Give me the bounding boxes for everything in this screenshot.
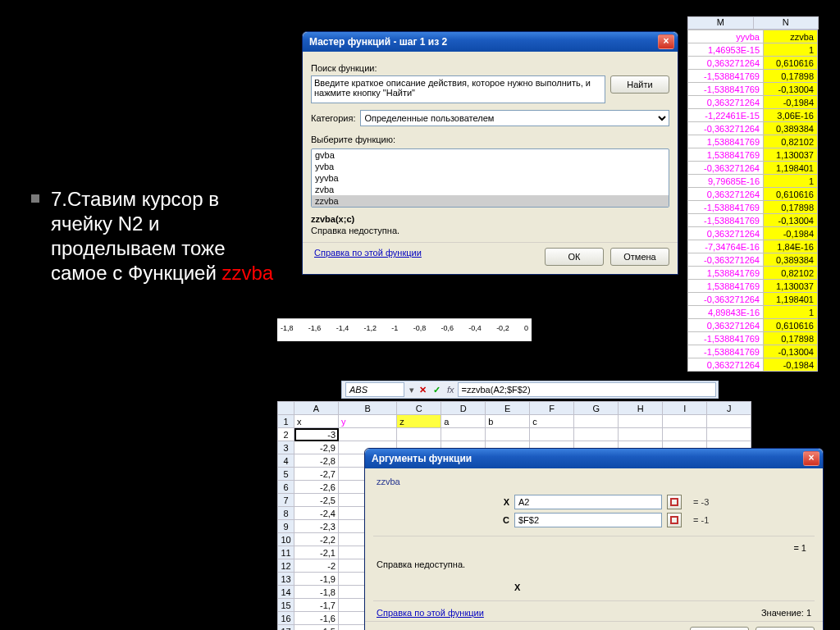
row-header[interactable]: 16 (278, 612, 294, 625)
range-selector-icon[interactable] (667, 495, 682, 509)
zz-cell[interactable]: -0,1984 (764, 227, 818, 240)
yy-cell[interactable]: 0,363271264 (688, 227, 764, 240)
yy-cell[interactable]: 9,79685E-16 (688, 175, 764, 188)
yy-cell[interactable]: -0,363271264 (688, 253, 764, 267)
zz-cell[interactable]: 0,610616 (764, 57, 818, 70)
function-option[interactable]: yyvba (312, 172, 669, 184)
cell[interactable] (486, 428, 530, 441)
cell[interactable]: -2,2 (294, 533, 339, 546)
yy-cell[interactable]: 0,363271264 (688, 358, 764, 372)
cell[interactable] (574, 415, 619, 428)
wizard-titlebar[interactable]: Мастер функций - шаг 1 из 2 × (303, 32, 678, 52)
yy-cell[interactable]: -0,363271264 (688, 293, 764, 306)
zz-cell[interactable]: 0,610616 (764, 319, 818, 332)
cell[interactable]: -1,5 (294, 625, 339, 631)
col-header[interactable]: H (619, 402, 663, 415)
yy-cell[interactable]: 1,538841769 (688, 280, 764, 293)
yy-cell[interactable]: 1,538841769 (688, 148, 764, 162)
cell[interactable] (663, 415, 707, 428)
yy-cell[interactable]: -1,538841769 (688, 70, 764, 83)
zz-cell[interactable]: -0,13004 (764, 214, 818, 227)
cell[interactable] (397, 428, 441, 441)
cell[interactable]: -3 (294, 428, 339, 441)
cell[interactable]: a (441, 415, 486, 428)
range-selector-icon[interactable] (667, 513, 682, 527)
zz-cell[interactable]: 0,17898 (764, 332, 818, 345)
cell[interactable] (441, 428, 486, 441)
cell[interactable]: y (339, 415, 397, 428)
dropdown-icon[interactable]: ▾ (408, 385, 416, 395)
col-header[interactable]: F (530, 402, 574, 415)
zz-cell[interactable]: 1,130037 (764, 280, 818, 293)
function-option[interactable]: yvba (312, 161, 669, 172)
yy-cell[interactable]: -1,538841769 (688, 214, 764, 227)
args-help-link[interactable]: Справка по этой функции (377, 608, 484, 618)
col-header[interactable]: I (663, 402, 707, 415)
yy-cell[interactable]: -1,538841769 (688, 201, 764, 214)
cell[interactable] (707, 415, 751, 428)
col-header[interactable]: B (339, 402, 397, 415)
yy-cell[interactable]: -1,538841769 (688, 332, 764, 345)
cell[interactable]: -1,9 (294, 573, 339, 586)
arg-c-input[interactable] (514, 513, 662, 527)
col-header[interactable]: D (441, 402, 486, 415)
ok-button[interactable]: ОК (545, 248, 604, 266)
cell[interactable]: -2,7 (294, 468, 339, 481)
row-header[interactable]: 12 (278, 559, 294, 573)
row-header[interactable]: 17 (278, 625, 294, 631)
fx-icon[interactable]: fx (444, 385, 458, 395)
zz-cell[interactable]: 0,389384 (764, 122, 818, 135)
cell[interactable]: -2,9 (294, 441, 339, 454)
yy-cell[interactable]: 4,89843E-16 (688, 306, 764, 319)
zz-cell[interactable]: 1 (764, 306, 818, 319)
function-option[interactable]: zvba (312, 184, 669, 195)
zz-cell[interactable]: -0,1984 (764, 358, 818, 372)
zz-cell[interactable]: -0,1984 (764, 96, 818, 109)
cell[interactable]: -2 (294, 559, 339, 573)
cell[interactable]: -1,6 (294, 612, 339, 625)
zz-cell[interactable]: 0,610616 (764, 188, 818, 201)
cell[interactable]: -1,7 (294, 599, 339, 612)
cell[interactable]: -2,5 (294, 494, 339, 507)
zz-cell[interactable]: -0,13004 (764, 345, 818, 358)
cell[interactable] (339, 428, 397, 441)
row-header[interactable]: 15 (278, 599, 294, 612)
zz-cell[interactable]: 1,130037 (764, 148, 818, 162)
cell[interactable]: -2,6 (294, 481, 339, 494)
args-titlebar[interactable]: Аргументы функции × (365, 449, 823, 468)
yy-cell[interactable]: -0,363271264 (688, 122, 764, 135)
zz-cell[interactable]: 0,389384 (764, 253, 818, 267)
enter-icon[interactable]: ✓ (430, 385, 444, 395)
row-header[interactable]: 3 (278, 441, 294, 454)
yy-cell[interactable]: -1,538841769 (688, 345, 764, 358)
ok-button[interactable]: ОК (690, 627, 749, 630)
yy-cell[interactable]: 0,363271264 (688, 96, 764, 109)
row-header[interactable]: 8 (278, 507, 294, 520)
zz-cell[interactable]: 0,17898 (764, 70, 818, 83)
help-link[interactable]: Справка по этой функции (314, 248, 422, 266)
row-header[interactable]: 9 (278, 520, 294, 533)
zz-cell[interactable]: 1,198401 (764, 293, 818, 306)
col-header[interactable]: G (574, 402, 619, 415)
cell[interactable]: -2,8 (294, 454, 339, 468)
row-header[interactable]: 14 (278, 586, 294, 599)
row-header[interactable]: 2 (278, 428, 294, 441)
category-select[interactable]: Определенные пользователем (360, 110, 669, 126)
row-header[interactable]: 13 (278, 573, 294, 586)
search-input[interactable]: Введите краткое описание действия, котор… (311, 75, 605, 103)
zz-cell[interactable]: 0,17898 (764, 201, 818, 214)
function-option[interactable]: zzvba (312, 195, 669, 207)
zz-cell[interactable]: 1 (764, 43, 818, 57)
yy-cell[interactable]: 1,538841769 (688, 135, 764, 148)
cancel-button[interactable]: Отмена (610, 248, 669, 266)
yy-cell[interactable]: 0,363271264 (688, 57, 764, 70)
yy-cell[interactable]: -1,22461E-15 (688, 109, 764, 122)
formula-input[interactable]: =zzvba(A2;$F$2) (458, 382, 716, 397)
row-header[interactable]: 7 (278, 494, 294, 507)
arg-x-input[interactable] (514, 495, 662, 509)
cell[interactable]: -2,4 (294, 507, 339, 520)
zz-cell[interactable]: 0,82102 (764, 267, 818, 280)
zz-cell[interactable]: 1 (764, 175, 818, 188)
corner-cell[interactable] (278, 402, 294, 415)
row-header[interactable]: 11 (278, 546, 294, 559)
